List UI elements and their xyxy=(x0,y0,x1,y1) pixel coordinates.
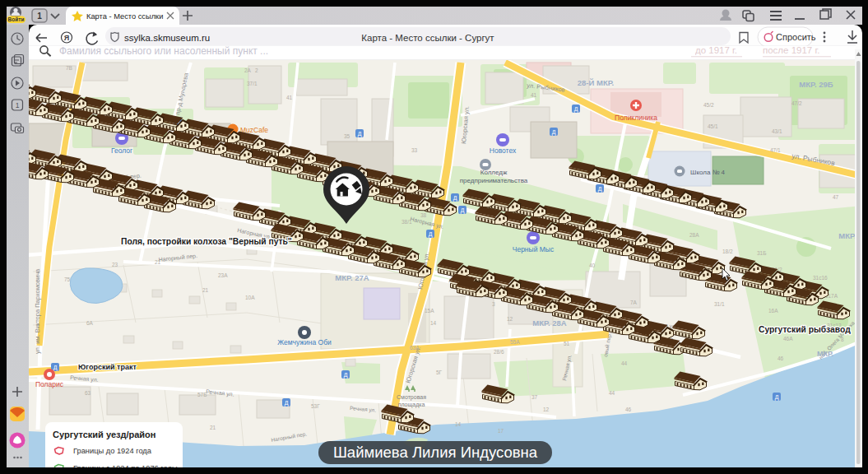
svg-text:Геолог: Геолог xyxy=(111,146,132,155)
svg-text:Д: Д xyxy=(598,186,602,193)
svg-text:45/1: 45/1 xyxy=(708,123,718,129)
svg-text:Д: Д xyxy=(358,131,362,137)
svg-text:51: 51 xyxy=(564,341,570,346)
svg-text:17: 17 xyxy=(498,428,504,434)
svg-text:38/1: 38/1 xyxy=(402,219,412,225)
svg-text:14: 14 xyxy=(430,320,437,326)
svg-text:28А: 28А xyxy=(689,232,699,238)
svg-text:Д: Д xyxy=(775,394,779,401)
svg-text:МКР.: МКР. xyxy=(838,231,856,240)
svg-text:28/6: 28/6 xyxy=(494,349,504,355)
svg-text:Д: Д xyxy=(344,372,348,379)
svg-text:после 1917 г.: после 1917 г. xyxy=(763,45,819,55)
svg-text:Д: Д xyxy=(285,400,289,407)
svg-text:41: 41 xyxy=(531,92,537,98)
svg-text:Я: Я xyxy=(64,34,69,42)
svg-text:31с16: 31с16 xyxy=(813,275,828,281)
svg-text:47/2: 47/2 xyxy=(791,100,802,106)
svg-text:ул. им. Виктора Пархомовича: ул. им. Виктора Пархомовича xyxy=(34,268,41,354)
svg-text:МКР. 27А: МКР. 27А xyxy=(335,273,369,282)
svg-text:Спросить: Спросить xyxy=(776,32,816,42)
svg-text:Д: Д xyxy=(574,106,578,113)
svg-text:Д: Д xyxy=(552,129,556,136)
svg-text:33: 33 xyxy=(411,147,418,153)
svg-text:28-Й МКР.: 28-Й МКР. xyxy=(578,78,614,87)
svg-text:Смотровая: Смотровая xyxy=(397,394,426,401)
svg-text:44: 44 xyxy=(609,390,615,396)
svg-text:38: 38 xyxy=(420,212,427,218)
svg-text:37/1: 37/1 xyxy=(247,81,258,86)
svg-text:Черный Мыс: Черный Мыс xyxy=(513,245,555,253)
svg-text:12: 12 xyxy=(543,407,550,412)
svg-text:Школа № 4: Школа № 4 xyxy=(690,169,725,176)
svg-text:46: 46 xyxy=(625,407,632,412)
svg-text:75: 75 xyxy=(64,276,71,282)
svg-text:45/2: 45/2 xyxy=(703,102,714,108)
svg-text:21: 21 xyxy=(202,287,209,293)
svg-text:до 1917 г.: до 1917 г. xyxy=(695,45,737,55)
svg-text:55А: 55А xyxy=(510,339,520,345)
svg-text:МКР. 28А: МКР. 28А xyxy=(532,318,566,328)
svg-text:35: 35 xyxy=(344,133,350,139)
svg-text:46А: 46А xyxy=(783,336,793,342)
svg-text:2А: 2А xyxy=(244,67,252,73)
svg-text:Д: Д xyxy=(461,207,465,214)
svg-text:43/1: 43/1 xyxy=(772,128,782,134)
svg-text:23: 23 xyxy=(112,262,118,267)
svg-text:7А: 7А xyxy=(630,300,638,305)
svg-text:Д: Д xyxy=(453,195,457,202)
svg-text:31Б: 31Б xyxy=(757,250,767,256)
svg-text:46: 46 xyxy=(777,356,784,361)
svg-text:12: 12 xyxy=(507,316,513,322)
svg-text:18/2: 18/2 xyxy=(722,249,733,254)
svg-text:47/1: 47/1 xyxy=(770,147,781,153)
svg-text:31/1: 31/1 xyxy=(714,301,725,307)
svg-text:Войти: Войти xyxy=(8,16,25,22)
svg-text:10А: 10А xyxy=(245,295,255,300)
svg-text:21: 21 xyxy=(155,259,161,265)
svg-text:Поля, постройки колхоза "Верны: Поля, постройки колхоза "Верный путь" xyxy=(121,237,292,246)
svg-text:Колледж: Колледж xyxy=(480,169,508,176)
svg-text:Д: Д xyxy=(429,231,433,238)
svg-text:Д: Д xyxy=(53,365,58,371)
svg-text:Поликлиника: Поликлиника xyxy=(615,114,657,122)
svg-text:37: 37 xyxy=(531,394,538,400)
svg-text:41: 41 xyxy=(286,95,293,100)
svg-text:Новотех: Новотех xyxy=(490,146,517,155)
svg-text:1: 1 xyxy=(16,101,20,109)
svg-text:47: 47 xyxy=(833,194,839,200)
svg-text:Поларис: Поларис xyxy=(35,380,64,388)
svg-text:5Г: 5Г xyxy=(436,369,443,375)
svg-text:ssylka.skmuseum.ru: ssylka.skmuseum.ru xyxy=(124,33,210,43)
svg-text:Сургутский рыбзавод: Сургутский рыбзавод xyxy=(759,325,851,334)
svg-text:63: 63 xyxy=(85,390,91,396)
svg-text:7В: 7В xyxy=(66,65,72,71)
svg-text:23А: 23А xyxy=(218,272,228,278)
svg-text:3: 3 xyxy=(492,301,495,307)
svg-text:8: 8 xyxy=(841,337,844,342)
svg-text:53Г: 53Г xyxy=(311,403,320,409)
svg-text:44: 44 xyxy=(621,360,628,366)
svg-text:14: 14 xyxy=(455,421,462,427)
svg-text:1: 1 xyxy=(37,12,42,21)
svg-text:21: 21 xyxy=(210,425,216,430)
svg-text:предпринимательства: предпринимательства xyxy=(460,177,528,184)
svg-text:Фамилия ссыльного или насоленн: Фамилия ссыльного или насоленный пункт .… xyxy=(59,45,268,57)
svg-text:Карта - Место ссылки: Карта - Место ссылки xyxy=(86,12,163,21)
svg-text:40: 40 xyxy=(589,263,596,268)
svg-text:2: 2 xyxy=(255,67,258,73)
svg-text:57Б: 57Б xyxy=(197,392,207,397)
svg-text:6А: 6А xyxy=(86,320,94,326)
svg-text:Карта - Место ссылки - Сургут: Карта - Место ссылки - Сургут xyxy=(361,33,494,43)
svg-text:16А: 16А xyxy=(768,308,778,314)
svg-text:Жемчужина Оби: Жемчужина Оби xyxy=(277,338,332,346)
svg-text:Югорский тракт: Югорский тракт xyxy=(78,363,137,371)
svg-text:63А: 63А xyxy=(410,345,420,351)
svg-text:МКР.: МКР. xyxy=(817,350,833,358)
svg-text:МКР. 29Б: МКР. 29Б xyxy=(799,80,833,89)
svg-text:15А: 15А xyxy=(425,308,434,314)
svg-text:площадка: площадка xyxy=(398,402,425,408)
